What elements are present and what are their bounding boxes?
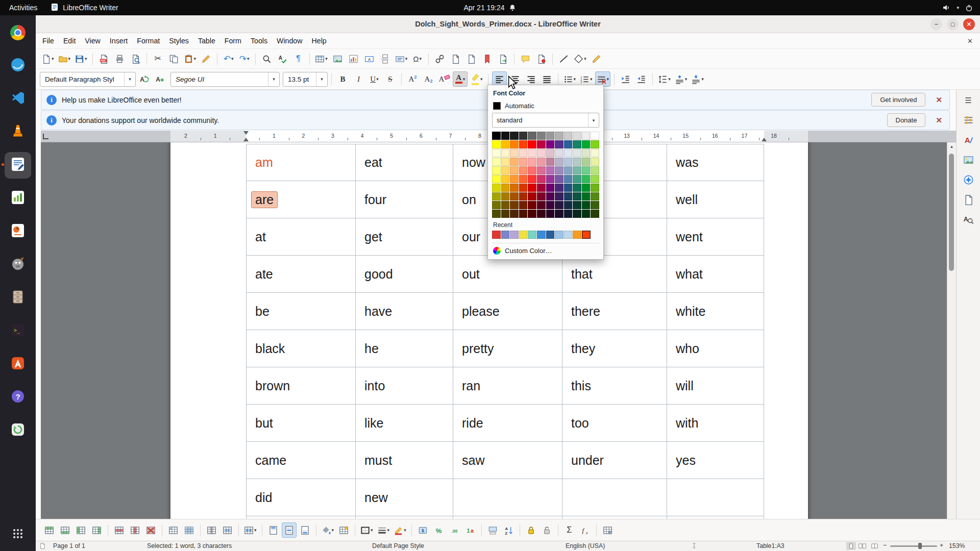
clear-formatting-button[interactable]: A — [437, 71, 452, 87]
dock-item-chrome[interactable] — [5, 19, 31, 46]
palette-color[interactable] — [537, 192, 546, 201]
bold-button[interactable]: B — [335, 71, 350, 87]
palette-color[interactable] — [582, 149, 591, 157]
palette-color[interactable] — [519, 192, 528, 201]
decrease-indent-button[interactable] — [634, 71, 649, 87]
table-cell[interactable]: good — [356, 256, 453, 293]
language-indicator[interactable]: English (USA) — [566, 542, 605, 549]
recent-color[interactable] — [582, 231, 591, 239]
close-document-button[interactable]: ✕ — [967, 37, 973, 45]
palette-color[interactable] — [555, 192, 564, 201]
automatic-color-item[interactable]: Automatic — [492, 101, 599, 113]
table-cell[interactable]: ate — [246, 256, 356, 293]
table-cell[interactable]: black — [246, 330, 356, 367]
dropdown-arrow-icon[interactable]: ▾ — [85, 56, 87, 61]
dock-item-software-updater[interactable] — [5, 417, 31, 444]
sum-button[interactable]: Σ — [562, 522, 577, 538]
delete-row-button[interactable] — [112, 522, 127, 538]
palette-color[interactable] — [492, 140, 501, 148]
zoom-level[interactable]: 153% — [949, 542, 965, 549]
table-cell[interactable]: was — [667, 144, 764, 181]
insert-column-after-button[interactable] — [89, 522, 104, 538]
delete-table-button[interactable] — [143, 522, 158, 538]
palette-color[interactable] — [501, 192, 510, 201]
dropdown-arrow-icon[interactable]: ▾ — [701, 77, 704, 82]
sort-button[interactable]: AZ — [501, 522, 516, 538]
palette-color[interactable] — [510, 158, 519, 166]
palette-color[interactable] — [519, 175, 528, 183]
palette-color[interactable] — [564, 175, 573, 183]
sidebar-properties-tab[interactable] — [961, 113, 976, 127]
palette-color[interactable] — [564, 184, 573, 192]
palette-color[interactable] — [537, 184, 546, 192]
palette-color[interactable] — [510, 132, 519, 140]
palette-color[interactable] — [492, 184, 501, 192]
italic-button[interactable]: I — [351, 71, 366, 87]
table-cell[interactable]: must — [356, 442, 453, 479]
recent-color[interactable] — [573, 231, 581, 239]
palette-color[interactable] — [492, 175, 501, 183]
minimize-button[interactable]: − — [930, 18, 942, 30]
border-color-button[interactable]: ▾ — [392, 522, 408, 538]
palette-color[interactable] — [519, 158, 528, 166]
protect-cells-button[interactable] — [524, 522, 538, 538]
indent-marker[interactable] — [243, 138, 249, 141]
palette-color[interactable] — [582, 192, 591, 201]
table-cell[interactable]: did — [246, 479, 356, 516]
number-format-currency-button[interactable]: $ — [415, 522, 430, 538]
table-cell[interactable] — [667, 479, 764, 516]
table-cell[interactable]: with — [667, 405, 764, 442]
table-cell[interactable]: be — [246, 293, 356, 330]
palette-color[interactable] — [519, 184, 528, 192]
dropdown-arrow-icon[interactable]: ▾ — [247, 56, 250, 61]
find-replace-button[interactable] — [259, 51, 274, 66]
palette-color[interactable] — [537, 201, 546, 209]
palette-color[interactable] — [564, 140, 573, 148]
dock-item-browser-blue[interactable] — [5, 53, 31, 79]
dock-item-app-center[interactable] — [5, 351, 31, 378]
cut-button[interactable]: ✂ — [151, 51, 165, 66]
menu-help[interactable]: Help — [307, 35, 331, 47]
palette-color[interactable] — [528, 166, 536, 174]
dropdown-arrow-icon[interactable]: ▾ — [387, 528, 390, 533]
get-involved-button[interactable]: Get involved — [871, 93, 925, 107]
palette-color[interactable] — [546, 210, 555, 218]
table-cell[interactable]: are — [246, 181, 356, 218]
palette-color[interactable] — [564, 132, 573, 140]
scroll-up-icon[interactable]: ▲ — [947, 142, 956, 151]
table-cell[interactable] — [562, 479, 667, 516]
dropdown-arrow-icon[interactable]: ▾ — [332, 528, 334, 533]
dropdown-arrow-icon[interactable]: ▾ — [404, 528, 406, 533]
recent-color[interactable] — [555, 231, 564, 239]
palette-color[interactable] — [528, 201, 536, 209]
open-button[interactable]: ▾ — [57, 51, 72, 66]
recent-color[interactable] — [510, 231, 519, 239]
dropdown-arrow-icon[interactable]: ▾ — [325, 56, 328, 61]
print-preview-button[interactable] — [128, 51, 143, 66]
recent-color[interactable] — [546, 231, 555, 239]
dropdown-arrow-icon[interactable]: ▾ — [668, 77, 671, 82]
palette-color[interactable] — [582, 201, 591, 209]
table-cell[interactable]: have — [356, 293, 453, 330]
split-cells-button[interactable] — [204, 522, 219, 538]
palette-color[interactable] — [555, 166, 564, 174]
table-cell[interactable]: went — [667, 218, 764, 256]
table-properties-button[interactable] — [600, 522, 615, 538]
palette-color[interactable] — [519, 201, 528, 209]
dropdown-arrow-icon[interactable]: ▾ — [194, 56, 197, 61]
palette-color[interactable] — [555, 149, 564, 157]
dropdown-arrow-icon[interactable]: ▾ — [463, 77, 465, 82]
dropdown-arrow-icon[interactable]: ▾ — [68, 56, 71, 61]
table-cell[interactable] — [453, 479, 562, 516]
increase-paragraph-spacing-button[interactable]: ▾ — [673, 71, 689, 87]
palette-color[interactable] — [501, 175, 510, 183]
palette-color[interactable] — [573, 184, 581, 192]
dock-item-app-grid[interactable] — [5, 521, 31, 548]
menu-table[interactable]: Table — [193, 35, 220, 47]
dropdown-arrow-icon[interactable]: ▾ — [480, 77, 483, 82]
dropdown-arrow-icon[interactable]: ▾ — [371, 528, 373, 533]
palette-color[interactable] — [519, 132, 528, 140]
palette-color[interactable] — [537, 149, 546, 157]
palette-color[interactable] — [573, 201, 581, 209]
table-cell[interactable]: that — [562, 256, 667, 293]
